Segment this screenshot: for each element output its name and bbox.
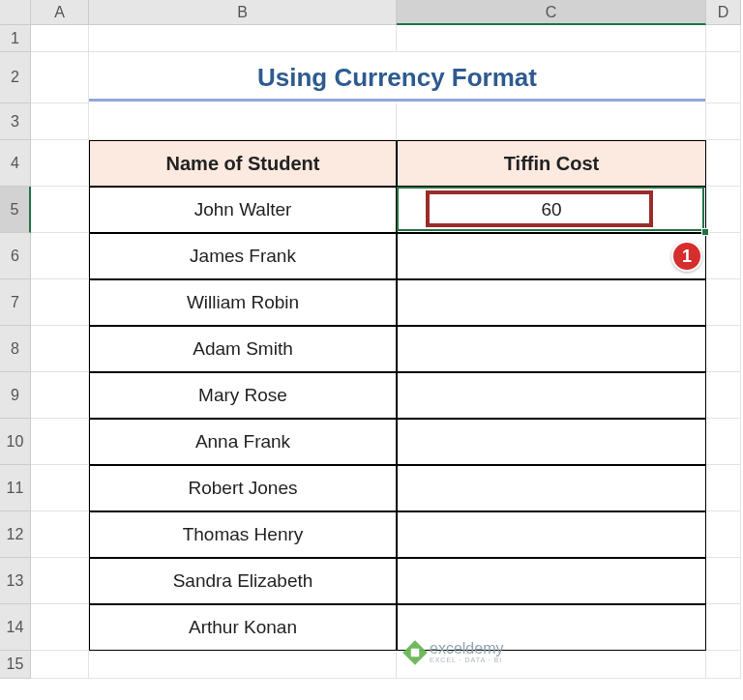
watermark-sub: EXCEL · DATA · BI	[430, 656, 503, 663]
row-header-15[interactable]: 15	[0, 651, 31, 679]
table-row[interactable]: Anna Frank	[89, 419, 397, 465]
table-row[interactable]	[397, 419, 706, 465]
table-row[interactable]	[397, 465, 706, 511]
row-header-12[interactable]: 12	[0, 511, 31, 558]
column-header-B[interactable]: B	[89, 0, 397, 25]
spreadsheet: ABCD 123456789101112131415 Using Currenc…	[0, 0, 743, 700]
cell-D9[interactable]	[706, 372, 741, 419]
cell-D8[interactable]	[706, 326, 741, 372]
column-header-D[interactable]: D	[706, 0, 741, 25]
row-header-8[interactable]: 8	[0, 326, 31, 372]
row-header-5[interactable]: 5	[0, 187, 31, 233]
header-cost[interactable]: Tiffin Cost	[397, 140, 706, 187]
table-row[interactable]	[397, 511, 706, 558]
callout-badge: 1	[671, 241, 702, 272]
cell-D13[interactable]	[706, 558, 741, 604]
fill-handle[interactable]	[701, 228, 709, 236]
cell-D15[interactable]	[706, 651, 741, 679]
cell-D6[interactable]	[706, 233, 741, 279]
row-header-14[interactable]: 14	[0, 604, 31, 651]
cell-D4[interactable]	[706, 140, 741, 187]
row-header-1[interactable]: 1	[0, 25, 31, 52]
header-name[interactable]: Name of Student	[89, 140, 397, 187]
select-all-corner[interactable]	[0, 0, 31, 25]
column-header-A[interactable]: A	[31, 0, 89, 25]
cell-A5[interactable]	[31, 187, 89, 233]
row-headers: 123456789101112131415	[0, 25, 31, 679]
table-row[interactable]: Arthur Konan	[89, 604, 397, 651]
cell-A7[interactable]	[31, 279, 89, 326]
cell-A1[interactable]	[31, 25, 89, 52]
row-header-11[interactable]: 11	[0, 465, 31, 511]
table-row[interactable]: Thomas Henry	[89, 511, 397, 558]
row-header-10[interactable]: 10	[0, 419, 31, 465]
cell-D5[interactable]	[706, 187, 741, 233]
row-header-7[interactable]: 7	[0, 279, 31, 326]
callout-number: 1	[682, 247, 692, 267]
table-row[interactable]: 60	[397, 187, 706, 233]
cell-D10[interactable]	[706, 419, 741, 465]
row-header-2[interactable]: 2	[0, 52, 31, 103]
cell-D12[interactable]	[706, 511, 741, 558]
table-row[interactable]: Sandra Elizabeth	[89, 558, 397, 604]
watermark: exceldemy EXCEL · DATA · BI	[406, 641, 503, 663]
cell-D7[interactable]	[706, 279, 741, 326]
cell-D11[interactable]	[706, 465, 741, 511]
cell-B1[interactable]	[89, 25, 397, 52]
cell-B3[interactable]	[89, 103, 397, 140]
cell-C1[interactable]	[397, 25, 706, 52]
table-row[interactable]	[397, 326, 706, 372]
column-headers: ABCD	[31, 0, 741, 25]
cell-A6[interactable]	[31, 233, 89, 279]
column-header-C[interactable]: C	[397, 0, 706, 25]
row-header-13[interactable]: 13	[0, 558, 31, 604]
cell-A2[interactable]	[31, 52, 89, 103]
watermark-main: exceldemy	[430, 641, 503, 656]
cell-A10[interactable]	[31, 419, 89, 465]
row-header-6[interactable]: 6	[0, 233, 31, 279]
table-row[interactable]: William Robin	[89, 279, 397, 326]
table-row[interactable]: Robert Jones	[89, 465, 397, 511]
table-row[interactable]: Adam Smith	[89, 326, 397, 372]
table-row[interactable]	[397, 279, 706, 326]
cell-D14[interactable]	[706, 604, 741, 651]
table-row[interactable]	[397, 233, 706, 279]
cell-D3[interactable]	[706, 103, 741, 140]
table-row[interactable]	[397, 558, 706, 604]
table-row[interactable]: John Walter	[89, 187, 397, 233]
page-title[interactable]: Using Currency Format	[89, 52, 706, 103]
table-row[interactable]: James Frank	[89, 233, 397, 279]
cell-D2[interactable]	[706, 52, 741, 103]
cell-A9[interactable]	[31, 372, 89, 419]
cell-A8[interactable]	[31, 326, 89, 372]
cell-grid: Using Currency FormatName of StudentTiff…	[31, 25, 741, 679]
row-header-3[interactable]: 3	[0, 103, 31, 140]
row-header-4[interactable]: 4	[0, 140, 31, 187]
cell-A12[interactable]	[31, 511, 89, 558]
cell-C3[interactable]	[397, 103, 706, 140]
cell-A13[interactable]	[31, 558, 89, 604]
cell-A4[interactable]	[31, 140, 89, 187]
cell-A11[interactable]	[31, 465, 89, 511]
table-row[interactable]	[397, 372, 706, 419]
table-row[interactable]: Mary Rose	[89, 372, 397, 419]
cell-D1[interactable]	[706, 25, 741, 52]
cell-B15[interactable]	[89, 651, 397, 679]
cell-A15[interactable]	[31, 651, 89, 679]
cell-A3[interactable]	[31, 103, 89, 140]
watermark-text: exceldemy EXCEL · DATA · BI	[430, 641, 503, 663]
cell-A14[interactable]	[31, 604, 89, 651]
row-header-9[interactable]: 9	[0, 372, 31, 419]
watermark-icon	[402, 640, 427, 664]
